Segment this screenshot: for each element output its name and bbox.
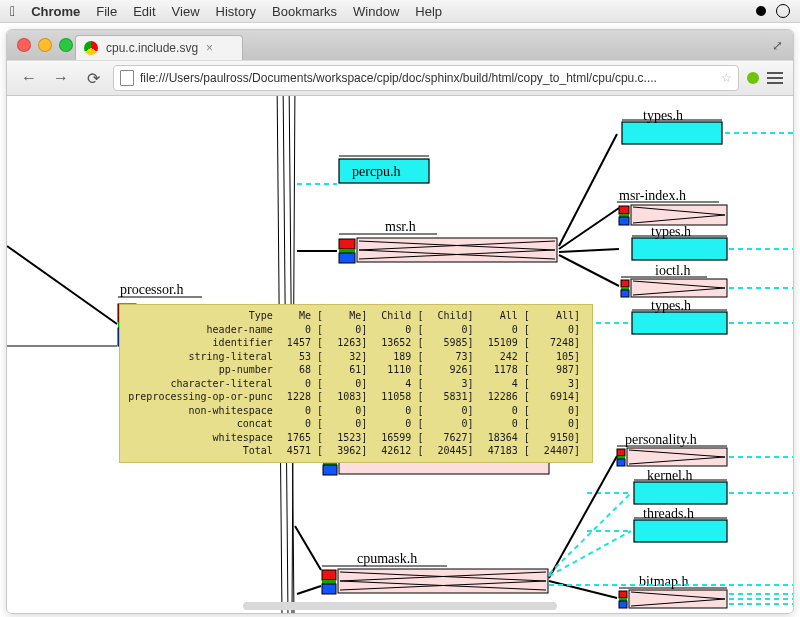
svg-rect-29: [621, 290, 629, 297]
node-percpu[interactable]: percpu.h: [297, 156, 429, 184]
svg-rect-49: [322, 580, 336, 584]
node-bitmap-label: bitmap.h: [639, 574, 688, 589]
app-name[interactable]: Chrome: [31, 4, 80, 19]
menu-bookmarks[interactable]: Bookmarks: [272, 4, 337, 19]
svg-rect-50: [322, 584, 336, 594]
svg-rect-38: [634, 482, 727, 504]
node-personality[interactable]: personality.h: [617, 432, 793, 466]
address-bar-url: file:///Users/paulross/Documents/workspa…: [140, 71, 715, 85]
table-row: non-whitespace 0 [ 0] 0 [ 0] 0 [ 0]: [124, 404, 584, 418]
svg-rect-16: [357, 238, 557, 262]
browser-tab-active[interactable]: cpu.c.include.svg ×: [75, 35, 243, 60]
apple-menu-icon[interactable]: : [10, 3, 15, 19]
node-msr-label: msr.h: [385, 219, 416, 234]
col-all-l: All [: [478, 309, 534, 323]
svg-rect-24: [632, 238, 727, 260]
menu-edit[interactable]: Edit: [133, 4, 155, 19]
table-row: preprocessing-op-or-punc 1228 [ 1083] 11…: [124, 390, 584, 404]
tab-favicon-icon: [84, 41, 98, 55]
chrome-toolbar: ← → ⟳ file:///Users/paulross/Documents/w…: [7, 60, 793, 96]
bookmark-star-icon[interactable]: ☆: [721, 71, 732, 85]
right-column: types.h msr-index.h types.h: [587, 108, 793, 608]
svg-rect-43: [619, 591, 627, 598]
token-count-table: Type Me [ Me] Child [ Child] All [ All] …: [124, 309, 584, 458]
table-row: header-name 0 [ 0] 0 [ 0] 0 [ 0]: [124, 323, 584, 337]
node-bitmap[interactable]: bitmap.h: [619, 574, 793, 608]
node-msr-index[interactable]: msr-index.h: [617, 188, 727, 225]
col-child-r: Child]: [427, 309, 477, 323]
node-ioctl-label: ioctl.h: [655, 263, 690, 278]
tab-title: cpu.c.include.svg: [106, 41, 198, 55]
svg-rect-51: [338, 569, 548, 593]
svg-rect-45: [619, 601, 627, 608]
svg-rect-36: [617, 459, 625, 466]
page-viewport[interactable]: processor.h percpu.h msr.h: [7, 96, 793, 613]
chrome-window: cpu.c.include.svg × ⤢ ← → ⟳ file:///User…: [6, 29, 794, 614]
menu-view[interactable]: View: [172, 4, 200, 19]
window-minimize-button[interactable]: [38, 38, 52, 52]
table-row: identifier 1457 [ 1263] 13652 [ 5985] 15…: [124, 336, 584, 350]
svg-rect-48: [322, 570, 336, 580]
fullscreen-toggle-icon[interactable]: ⤢: [772, 38, 783, 53]
horizontal-scrollbar[interactable]: [243, 602, 557, 610]
table-row: string-literal 53 [ 32] 189 [ 73] 242 [ …: [124, 350, 584, 364]
col-type: Type: [124, 309, 277, 323]
svg-rect-34: [617, 449, 625, 456]
node-types-3[interactable]: types.h: [587, 298, 793, 334]
menu-window[interactable]: Window: [353, 4, 399, 19]
table-row: pp-number 68 [ 61] 1110 [ 926] 1178 [ 98…: [124, 363, 584, 377]
node-types-1[interactable]: types.h: [622, 108, 793, 144]
menu-file[interactable]: File: [96, 4, 117, 19]
col-me-r: Me]: [327, 309, 371, 323]
window-maximize-button[interactable]: [59, 38, 73, 52]
page-icon: [120, 70, 134, 86]
col-me-l: Me [: [277, 309, 327, 323]
node-types2-label: types.h: [651, 224, 691, 239]
table-row: character-literal 0 [ 0] 4 [ 3] 4 [ 3]: [124, 377, 584, 391]
node-threads-label: threads.h: [643, 506, 694, 521]
node-msr[interactable]: msr.h: [297, 134, 619, 286]
extension-dot-icon[interactable]: [747, 72, 759, 84]
svg-rect-40: [634, 520, 727, 542]
nav-back-button[interactable]: ←: [17, 66, 41, 90]
node-ioctl[interactable]: ioctl.h: [621, 263, 793, 297]
menu-history[interactable]: History: [216, 4, 256, 19]
menubar-status-icons: [756, 4, 790, 18]
col-all-r: All]: [534, 309, 584, 323]
node-kernel-label: kernel.h: [647, 468, 692, 483]
svg-rect-17: [622, 122, 722, 144]
nav-reload-button[interactable]: ⟳: [81, 66, 105, 90]
svg-rect-31: [632, 312, 727, 334]
svg-rect-54: [323, 465, 337, 475]
node-personality-label: personality.h: [625, 432, 697, 447]
svg-rect-22: [619, 217, 629, 225]
table-header-row: Type Me [ Me] Child [ Child] All [ All]: [124, 309, 584, 323]
nav-forward-button[interactable]: →: [49, 66, 73, 90]
table-row: whitespace 1765 [ 1523] 16599 [ 7627] 18…: [124, 431, 584, 445]
window-close-button[interactable]: [17, 38, 31, 52]
node-msr-index-label: msr-index.h: [619, 188, 686, 203]
node-cpumask-label: cpumask.h: [357, 551, 417, 566]
node-percpu-label: percpu.h: [352, 164, 401, 179]
node-types-2[interactable]: types.h: [632, 224, 793, 260]
col-child-l: Child [: [371, 309, 427, 323]
address-bar[interactable]: file:///Users/paulross/Documents/workspa…: [113, 65, 739, 91]
token-count-tooltip: Type Me [ Me] Child [ Child] All [ All] …: [119, 304, 593, 463]
node-kernel[interactable]: kernel.h: [587, 468, 793, 504]
node-threads[interactable]: threads.h: [587, 506, 727, 542]
chrome-menu-button[interactable]: [767, 72, 783, 84]
table-row: concat 0 [ 0] 0 [ 0] 0 [ 0]: [124, 417, 584, 431]
status-ring-icon[interactable]: [776, 4, 790, 18]
svg-rect-20: [619, 206, 629, 214]
svg-rect-14: [339, 249, 355, 253]
status-dot-icon[interactable]: [756, 6, 766, 16]
node-processor-label: processor.h: [120, 282, 183, 297]
svg-rect-27: [621, 280, 629, 287]
svg-rect-15: [339, 253, 355, 263]
node-types1-label: types.h: [643, 108, 683, 123]
menu-help[interactable]: Help: [415, 4, 442, 19]
tab-close-icon[interactable]: ×: [206, 41, 213, 55]
svg-line-8: [7, 246, 117, 324]
chrome-tabbar: cpu.c.include.svg × ⤢: [7, 30, 793, 60]
table-row: Total 4571 [ 3962] 42612 [ 20445] 47183 …: [124, 444, 584, 458]
